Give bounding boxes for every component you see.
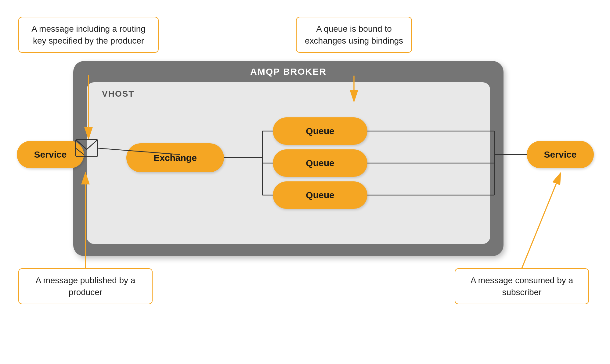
service-right-label: Service — [544, 149, 577, 160]
vhost: VHOST Exchange Queue Queue Queue — [87, 82, 490, 244]
queue-2-label: Queue — [306, 158, 334, 168]
callout-bottom-left-text: A message published by a producer — [36, 276, 135, 297]
callout-bottom-right: A message consumed by a subscriber — [455, 268, 589, 304]
service-left-pill: Service — [17, 141, 84, 168]
arrow-callout-bottom-right — [522, 174, 560, 268]
service-right-pill: Service — [527, 141, 594, 168]
queue-2-pill: Queue — [273, 149, 367, 177]
queue-3-label: Queue — [306, 190, 334, 200]
callout-top-left-text: A message including a routing key specif… — [31, 24, 146, 45]
amqp-broker: AMQP BROKER VHOST Exchange Queue Queue Q… — [73, 61, 504, 256]
diagram-container: A message including a routing key specif… — [0, 0, 610, 364]
exchange-label: Exchange — [153, 153, 197, 163]
callout-bottom-left: A message published by a producer — [18, 268, 153, 304]
callout-top-right: A queue is bound to exchanges using bind… — [296, 17, 412, 53]
queue-1-label: Queue — [306, 126, 334, 136]
vhost-label: VHOST — [102, 89, 134, 99]
callout-top-left: A message including a routing key specif… — [18, 17, 159, 53]
queue-1-pill: Queue — [273, 117, 367, 145]
callout-bottom-right-text: A message consumed by a subscriber — [471, 276, 573, 297]
exchange-pill: Exchange — [126, 143, 224, 172]
callout-top-right-text: A queue is bound to exchanges using bind… — [305, 24, 403, 45]
service-left-label: Service — [34, 149, 67, 160]
amqp-broker-label: AMQP BROKER — [250, 66, 327, 77]
queue-3-pill: Queue — [273, 181, 367, 209]
